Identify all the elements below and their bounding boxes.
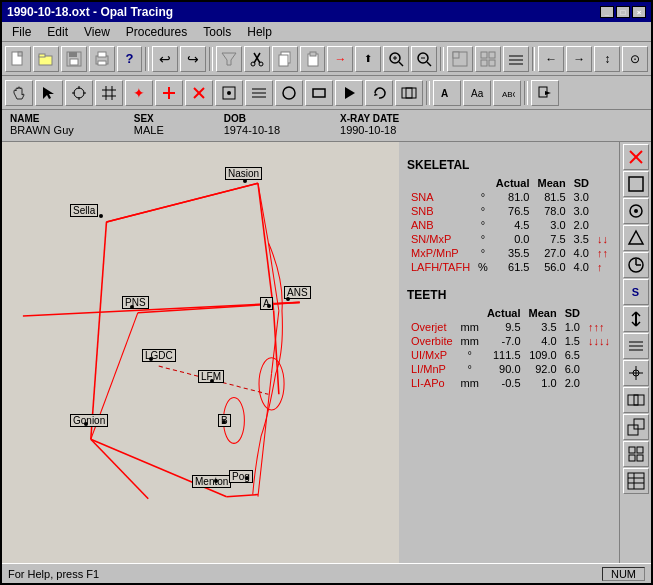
tb-cut[interactable] <box>244 46 270 72</box>
dot-lgdc <box>149 357 153 361</box>
tb-updown[interactable]: ↕ <box>594 46 620 72</box>
tb2-import[interactable] <box>531 80 559 106</box>
tb2-rect[interactable] <box>305 80 333 106</box>
tb2-rotate[interactable] <box>365 80 393 106</box>
teeth-label-3: LI/MnP <box>407 362 457 376</box>
dot-a <box>267 304 271 308</box>
rt-btn-4[interactable] <box>623 225 649 251</box>
tb2-special[interactable] <box>395 80 423 106</box>
tb2-a1[interactable]: A <box>433 80 461 106</box>
tb2-star[interactable]: ✦ <box>125 80 153 106</box>
tb2-a2[interactable]: Aa <box>463 80 491 106</box>
tb-print[interactable] <box>89 46 115 72</box>
tb-arrow[interactable]: → <box>327 46 353 72</box>
tb-target[interactable]: ⊙ <box>622 46 648 72</box>
tb2-box-dot[interactable] <box>215 80 243 106</box>
minimize-button[interactable]: _ <box>600 6 614 18</box>
menu-view[interactable]: View <box>78 24 116 40</box>
tb2-a3[interactable]: ABC <box>493 80 521 106</box>
skeletal-arrow-0 <box>593 190 612 204</box>
tb2-circle[interactable] <box>275 80 303 106</box>
tb2-arrow[interactable] <box>35 80 63 106</box>
tb-open[interactable] <box>33 46 59 72</box>
svg-rect-5 <box>69 52 77 57</box>
tb2-crosshair[interactable] <box>65 80 93 106</box>
tb-undo[interactable]: ↩ <box>152 46 178 72</box>
menu-procedures[interactable]: Procedures <box>120 24 193 40</box>
tb-copy[interactable] <box>272 46 298 72</box>
svg-rect-18 <box>310 52 316 56</box>
tb2-grid[interactable] <box>95 80 123 106</box>
menu-help[interactable]: Help <box>241 24 278 40</box>
rt-btn-8[interactable] <box>623 333 649 359</box>
tb2-hand[interactable] <box>5 80 33 106</box>
tb2-play[interactable] <box>335 80 363 106</box>
skeletal-row-4: MxP/MnP ° 35.5 27.0 4.0 ↑↑ <box>407 246 612 260</box>
svg-line-20 <box>399 62 403 66</box>
tb-left[interactable]: ← <box>538 46 564 72</box>
skeletal-label-1: SNB <box>407 204 474 218</box>
svg-marker-88 <box>629 231 643 244</box>
col-unit-header <box>474 176 492 190</box>
teeth-arrow-3 <box>584 362 614 376</box>
skeletal-row-5: LAFH/TAFH % 61.5 56.0 4.0 ↑ <box>407 260 612 274</box>
skeletal-sd-3: 3.5 <box>570 232 593 246</box>
point-gonion: Gonion <box>70 414 108 427</box>
close-button[interactable]: × <box>632 6 646 18</box>
tb-filter[interactable] <box>216 46 242 72</box>
tracing-canvas[interactable]: Nasion Sella ANS PNS A LGDC LFM B Gonion… <box>2 142 399 563</box>
skeletal-row-0: SNA ° 81.0 81.5 3.0 <box>407 190 612 204</box>
tb-redo[interactable]: ↪ <box>180 46 206 72</box>
rt-btn-11[interactable] <box>623 414 649 440</box>
tb-grid-2[interactable] <box>475 46 501 72</box>
tb-right[interactable]: → <box>566 46 592 72</box>
tb2-plus[interactable] <box>155 80 183 106</box>
rt-btn-13[interactable] <box>623 468 649 494</box>
menu-edit[interactable]: Edit <box>41 24 74 40</box>
skeletal-unit-2: ° <box>474 218 492 232</box>
dob-value: 1974-10-18 <box>224 124 280 136</box>
menu-tools[interactable]: Tools <box>197 24 237 40</box>
tb-save[interactable] <box>61 46 87 72</box>
xray-label: X-RAY DATE <box>340 113 399 124</box>
tb2-lines[interactable] <box>245 80 273 106</box>
skeletal-actual-4: 35.5 <box>492 246 534 260</box>
patient-name-field: NAME BRAWN Guy <box>10 113 74 136</box>
svg-marker-56 <box>345 87 355 99</box>
rt-btn-7[interactable] <box>623 306 649 332</box>
skeletal-label-3: SN/MxP <box>407 232 474 246</box>
rt-btn-9[interactable] <box>623 360 649 386</box>
maximize-button[interactable]: □ <box>616 6 630 18</box>
rt-btn-3[interactable] <box>623 198 649 224</box>
rt-btn-6[interactable]: S <box>623 279 649 305</box>
tb-new[interactable] <box>5 46 31 72</box>
rt-btn-2[interactable] <box>623 171 649 197</box>
tb-zoom-in[interactable] <box>383 46 409 72</box>
tb-zoom-out[interactable] <box>411 46 437 72</box>
tb-grid-1[interactable] <box>447 46 473 72</box>
svg-marker-10 <box>222 53 236 65</box>
rt-btn-5[interactable] <box>623 252 649 278</box>
tb-help[interactable]: ? <box>117 46 143 72</box>
skeletal-sd-1: 3.0 <box>570 204 593 218</box>
teeth-col-mean-header: Mean <box>525 306 561 320</box>
separator-4 <box>532 47 536 71</box>
rt-btn-10[interactable] <box>623 387 649 413</box>
tb2-x[interactable] <box>185 80 213 106</box>
rt-btn-1[interactable] <box>623 144 649 170</box>
menu-file[interactable]: File <box>6 24 37 40</box>
skeletal-mean-4: 27.0 <box>533 246 569 260</box>
point-pog: Pog <box>229 470 253 483</box>
rt-btn-12[interactable] <box>623 441 649 467</box>
svg-rect-16 <box>279 55 288 66</box>
tb-paste[interactable] <box>300 46 326 72</box>
col-mean-header: Mean <box>533 176 569 190</box>
tb-sort-asc[interactable]: ⬆ <box>355 46 381 72</box>
teeth-sd-2: 6.5 <box>561 348 584 362</box>
tb-grid-3[interactable] <box>503 46 529 72</box>
skeletal-arrow-5: ↑ <box>593 260 612 274</box>
skeletal-arrow-4: ↑↑ <box>593 246 612 260</box>
skeletal-row-2: ANB ° 4.5 3.0 2.0 <box>407 218 612 232</box>
skeletal-unit-4: ° <box>474 246 492 260</box>
svg-rect-9 <box>98 61 106 65</box>
